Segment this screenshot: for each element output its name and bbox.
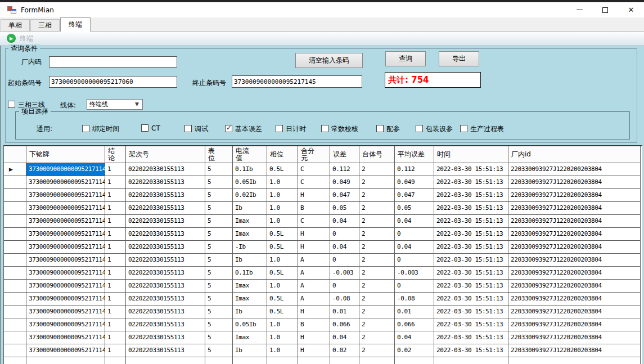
cell[interactable]: 2022-03-30 15:51:13: [434, 318, 508, 331]
cell[interactable]: 220330093927J1220200203804: [508, 163, 641, 176]
cell[interactable]: 0220220330155113: [126, 267, 205, 280]
cell[interactable]: Ib: [233, 344, 267, 357]
cell[interactable]: 1: [105, 189, 126, 202]
cell[interactable]: A: [298, 280, 330, 293]
cell[interactable]: 3730009000000095217114: [26, 202, 105, 215]
cell[interactable]: 220330093927J1220200203804: [508, 202, 641, 215]
row-selector[interactable]: [4, 318, 26, 331]
cell[interactable]: 5: [205, 189, 233, 202]
cell[interactable]: Ib: [233, 202, 267, 215]
checkbox-box[interactable]: [276, 125, 283, 132]
row-selector[interactable]: [4, 176, 26, 189]
cell[interactable]: 0220220330155113: [126, 318, 205, 331]
table-row[interactable]: 3730009000000095217114102202203301551135…: [4, 241, 642, 254]
cell[interactable]: 1: [105, 241, 126, 254]
cell[interactable]: 0.02: [395, 344, 434, 357]
cell[interactable]: 0.01: [330, 305, 359, 318]
cell[interactable]: 3730009000000095217114: [26, 176, 105, 189]
cell[interactable]: 220330093927J1220200203804: [508, 305, 641, 318]
cell[interactable]: 1: [105, 254, 126, 267]
cell[interactable]: 1.0: [267, 280, 298, 293]
cell[interactable]: 0.049: [330, 176, 359, 189]
cell[interactable]: B: [298, 202, 330, 215]
cell[interactable]: 0220220330155113: [126, 202, 205, 215]
cell[interactable]: 5: [205, 254, 233, 267]
checkbox-box[interactable]: [82, 125, 89, 132]
cell[interactable]: 1: [105, 176, 126, 189]
cell[interactable]: 0.5L: [267, 241, 298, 254]
cell[interactable]: 220330093927J1220200203804: [508, 267, 641, 280]
cell[interactable]: A: [298, 267, 330, 280]
cell[interactable]: 0.1Ib: [233, 267, 267, 280]
cell[interactable]: 0220220330155113: [126, 241, 205, 254]
row-selector[interactable]: [4, 202, 26, 215]
cell[interactable]: 2022-03-30 15:51:13: [434, 305, 508, 318]
row-selector[interactable]: [4, 241, 26, 254]
cell[interactable]: 0220220330155113: [126, 176, 205, 189]
chevron-down-icon[interactable]: ▼: [133, 100, 141, 109]
cell[interactable]: 1: [105, 305, 126, 318]
checkbox-调试[interactable]: 调试: [184, 124, 208, 134]
cell[interactable]: H: [298, 305, 330, 318]
column-header[interactable]: 电流 值: [233, 146, 267, 163]
cell[interactable]: 2: [359, 318, 395, 331]
cell[interactable]: B: [298, 318, 330, 331]
cell[interactable]: 5: [205, 241, 233, 254]
cell[interactable]: 0: [395, 228, 434, 241]
cell[interactable]: 2: [359, 202, 395, 215]
cell[interactable]: 2022-03-30 15:51:13: [434, 267, 508, 280]
close-button[interactable]: ✕: [618, 2, 644, 17]
table-row[interactable]: 3730009000000095217114102202203301551135…: [4, 318, 642, 331]
cell[interactable]: 0.05: [330, 202, 359, 215]
cell[interactable]: 0220220330155113: [126, 163, 205, 176]
table-row[interactable]: 3730009000000095217114102202203301551135…: [4, 280, 642, 293]
column-header[interactable]: 表 位: [205, 146, 233, 163]
table-row[interactable]: 3730009000000095217114102202203301551135…: [4, 215, 642, 228]
cell[interactable]: 1.0: [267, 202, 298, 215]
cell[interactable]: 2: [359, 280, 395, 293]
cell[interactable]: Imax: [233, 280, 267, 293]
cell[interactable]: 0.04: [330, 331, 359, 344]
cell[interactable]: 2022-03-30 15:51:13: [434, 202, 508, 215]
cell[interactable]: 0220220330155113: [126, 344, 205, 357]
checkbox-box[interactable]: [376, 125, 384, 132]
cell[interactable]: 2022-03-30 15:51:13: [434, 280, 508, 293]
checkbox-配参[interactable]: 配参: [376, 124, 400, 134]
cell[interactable]: 0.04: [395, 331, 434, 344]
cell[interactable]: 5: [205, 163, 233, 176]
cell[interactable]: 1: [105, 215, 126, 228]
cell[interactable]: 2: [359, 189, 395, 202]
cell[interactable]: 220330093927J1220200203804: [508, 293, 641, 305]
cell[interactable]: 2022-03-30 15:51:13: [434, 176, 508, 189]
cell[interactable]: C: [298, 176, 330, 189]
header-row-selector[interactable]: [4, 146, 26, 163]
cell[interactable]: 1.0: [267, 344, 298, 357]
checkbox-常数校核[interactable]: 常数校核: [321, 124, 358, 134]
cell[interactable]: 0: [330, 280, 359, 293]
end-barcode-input[interactable]: [232, 75, 362, 88]
export-button[interactable]: 导出: [439, 51, 479, 66]
cell[interactable]: 1: [105, 267, 126, 280]
cell[interactable]: 1: [105, 202, 126, 215]
checkbox-box[interactable]: [141, 124, 148, 132]
cell[interactable]: 1: [105, 293, 126, 305]
cell[interactable]: 2022-03-30 15:51:13: [434, 331, 508, 344]
cell[interactable]: 0220220330155113: [126, 215, 205, 228]
cell[interactable]: 0.066: [330, 318, 359, 331]
row-selector[interactable]: [4, 254, 26, 267]
cell[interactable]: 3730009000000095217114: [26, 228, 105, 241]
row-selector[interactable]: [4, 331, 26, 344]
cell[interactable]: -0.08: [395, 293, 434, 305]
search-button[interactable]: 查询: [385, 51, 426, 66]
cell[interactable]: 2: [359, 305, 395, 318]
cell[interactable]: 1: [105, 318, 126, 331]
cell[interactable]: Imax: [233, 293, 267, 305]
cell[interactable]: 0220220330155113: [126, 189, 205, 202]
cell[interactable]: 3730009000000095217114: [26, 254, 105, 267]
table-row[interactable]: 3730009000000095217114102202203301551135…: [4, 267, 642, 280]
cell[interactable]: 0.5L: [267, 305, 298, 318]
table-row[interactable]: 3730009000000095217114102202203301551135…: [4, 344, 642, 357]
cell[interactable]: 2: [359, 293, 395, 305]
cell[interactable]: A: [298, 293, 330, 305]
cell[interactable]: 3730009000000095217114: [26, 267, 105, 280]
